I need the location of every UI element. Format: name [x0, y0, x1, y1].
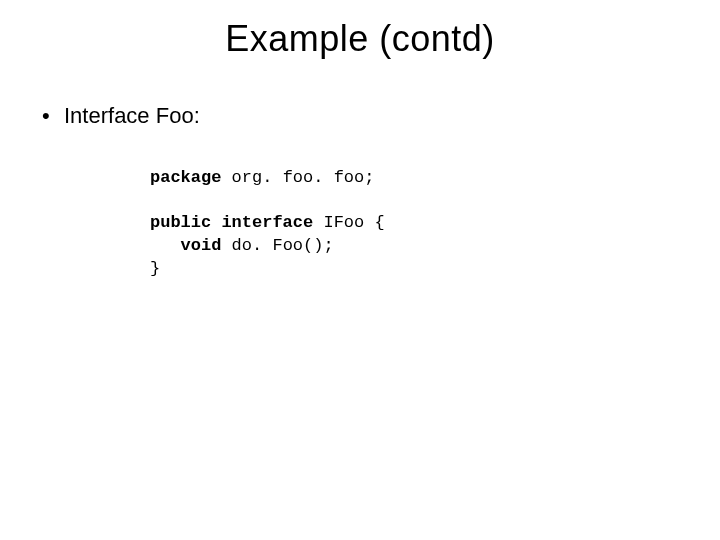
code-keyword: package	[150, 168, 221, 187]
code-keyword: void	[181, 236, 222, 255]
code-keyword: public interface	[150, 213, 313, 232]
code-text: }	[150, 259, 160, 278]
code-text: IFoo {	[313, 213, 384, 232]
bullet-list: Interface Foo:	[30, 102, 690, 131]
bullet-item: Interface Foo:	[30, 102, 690, 131]
slide: Example (contd) Interface Foo: package o…	[0, 0, 720, 540]
slide-body: Interface Foo: package org. foo. foo; pu…	[0, 60, 720, 281]
slide-title: Example (contd)	[0, 0, 720, 60]
code-text: do. Foo();	[221, 236, 333, 255]
code-text: org. foo. foo;	[221, 168, 374, 187]
code-block: package org. foo. foo; public interface …	[150, 167, 690, 282]
